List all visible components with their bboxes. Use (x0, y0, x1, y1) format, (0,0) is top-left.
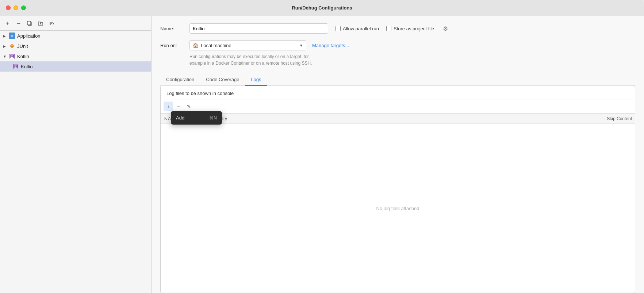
run-on-value: Local machine (201, 43, 299, 48)
sidebar-item-junit-label: JUnit (17, 43, 28, 49)
add-config-button[interactable]: + (3, 19, 12, 28)
sidebar-item-application-label: Application (17, 33, 41, 39)
col-log-file-entry: Log File Entry (200, 116, 577, 121)
sidebar-toolbar: + − (0, 16, 151, 31)
sort-icon (49, 20, 54, 26)
copy-icon (27, 20, 32, 26)
sidebar-item-kotlin-parent-label: Kotlin (17, 54, 29, 59)
allow-parallel-checkbox[interactable] (336, 26, 341, 31)
store-project-checkbox[interactable] (386, 26, 391, 31)
log-remove-button[interactable]: − (174, 102, 183, 111)
window: Run/Debug Configurations + − (0, 0, 644, 293)
run-on-row: Run on: 🏠 Local machine ▼ Manage targets… (160, 40, 635, 50)
tab-logs[interactable]: Logs (245, 74, 267, 86)
context-menu-add[interactable]: Add ⌘N (171, 113, 222, 122)
log-toolbar-area: + − ✎ Add ⌘N (161, 99, 635, 114)
allow-parallel-label: Allow parallel run (343, 26, 379, 31)
run-on-label: Run on: (160, 43, 189, 48)
manage-targets-link[interactable]: Manage targets... (312, 43, 349, 48)
log-add-button[interactable]: + (164, 102, 173, 111)
home-icon: 🏠 (193, 43, 199, 48)
remove-config-button[interactable]: − (14, 19, 23, 28)
log-empty-message: No log files attached (161, 124, 635, 293)
name-label: Name: (160, 26, 189, 31)
chevron-right-icon: ▶ (3, 34, 9, 38)
add-shortcut: ⌘N (209, 115, 217, 121)
name-row: Name: Allow parallel run Store as projec… (160, 23, 635, 34)
sidebar: + − (0, 16, 152, 293)
application-icon: A (9, 33, 15, 39)
sidebar-item-application[interactable]: ▶ A Application (0, 31, 151, 41)
tabs: Configuration Code Coverage Logs (160, 74, 635, 86)
log-panel-header: Log files to be shown in console (161, 86, 635, 99)
sidebar-items: ▶ A Application ▶ JUnit (0, 31, 151, 293)
main-content: + − (0, 16, 644, 293)
traffic-lights (6, 5, 26, 10)
store-project-label: Store as project file (394, 26, 434, 31)
folder-icon (38, 20, 43, 26)
close-button[interactable] (6, 5, 11, 10)
junit-icon (9, 43, 15, 49)
sidebar-item-kotlin-parent[interactable]: ▼ (0, 51, 151, 61)
folder-config-button[interactable] (36, 19, 45, 28)
tab-configuration[interactable]: Configuration (160, 74, 200, 86)
sidebar-item-kotlin-child-label: Kotlin (21, 64, 33, 69)
svg-rect-1 (27, 21, 31, 25)
maximize-button[interactable] (21, 5, 26, 10)
checkboxes-row: Allow parallel run Store as project file… (336, 25, 635, 32)
name-input[interactable] (189, 23, 328, 34)
context-menu: Add ⌘N (171, 111, 222, 125)
kotlin-child-icon (12, 63, 19, 70)
hint-text: Run configurations may be executed local… (189, 53, 635, 66)
window-title: Run/Debug Configurations (292, 5, 352, 11)
log-panel: Log files to be shown in console + − ✎ (160, 86, 635, 293)
right-panel: Name: Allow parallel run Store as projec… (152, 16, 644, 293)
title-bar: Run/Debug Configurations (0, 0, 644, 16)
gear-icon[interactable]: ⚙ (443, 25, 448, 32)
sidebar-item-kotlin-child[interactable]: Kotlin (0, 61, 151, 72)
kotlin-parent-icon (9, 53, 15, 60)
dropdown-arrow-icon: ▼ (299, 43, 303, 47)
log-table-header: Is Active Log File Entry Skip Content (161, 114, 635, 124)
run-on-dropdown[interactable]: 🏠 Local machine ▼ (189, 40, 306, 50)
chevron-down-icon: ▼ (3, 54, 9, 58)
chevron-right-icon: ▶ (3, 44, 9, 48)
copy-config-button[interactable] (25, 19, 34, 28)
sort-button[interactable] (47, 19, 56, 28)
log-toolbar: + − ✎ (161, 99, 635, 114)
log-edit-button[interactable]: ✎ (184, 102, 193, 111)
allow-parallel-checkbox-item[interactable]: Allow parallel run (336, 26, 379, 31)
minimize-button[interactable] (14, 5, 18, 10)
col-skip-content: Skip Content (577, 116, 632, 121)
store-project-checkbox-item[interactable]: Store as project file (386, 26, 434, 31)
sidebar-item-junit[interactable]: ▶ JUnit (0, 41, 151, 51)
tab-code-coverage[interactable]: Code Coverage (200, 74, 245, 86)
